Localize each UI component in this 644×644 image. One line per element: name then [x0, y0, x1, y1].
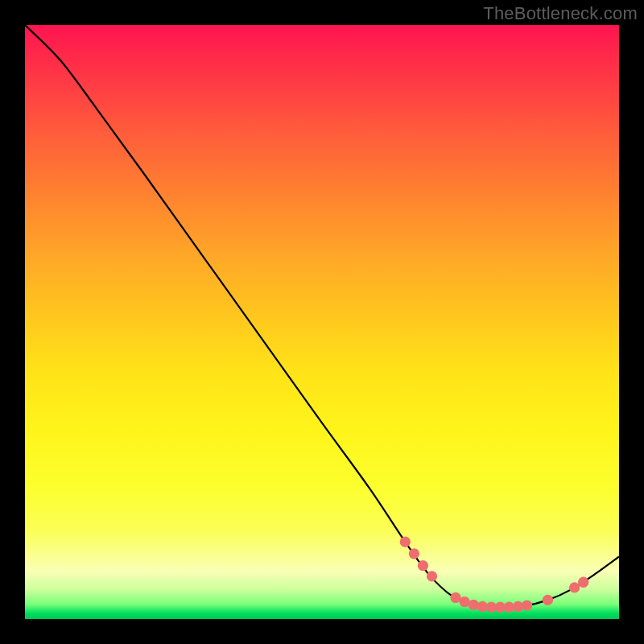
data-point [569, 582, 580, 592]
data-point-group [400, 536, 589, 612]
watermark-text: TheBottleneck.com [483, 3, 638, 24]
data-point [409, 548, 419, 559]
data-point [418, 560, 428, 571]
bottleneck-curve [25, 25, 619, 607]
chart-container: TheBottleneck.com [0, 0, 644, 644]
data-point [522, 600, 532, 610]
chart-svg [25, 25, 619, 619]
data-point [469, 600, 479, 610]
data-point [578, 577, 588, 588]
data-point [400, 536, 411, 547]
data-point [543, 595, 553, 605]
data-point [427, 571, 437, 581]
